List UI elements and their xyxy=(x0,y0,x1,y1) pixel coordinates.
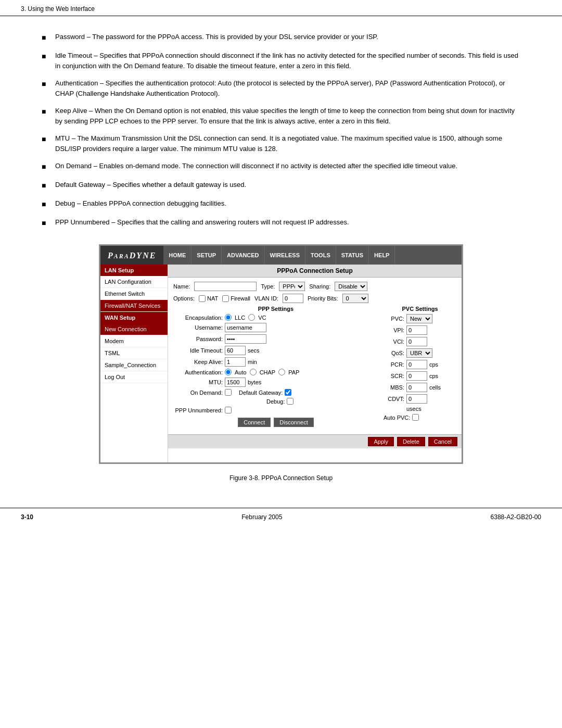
encapsulation-label: Encapsulation: xyxy=(173,315,223,321)
sidebar-item-ethernet-switch[interactable]: Ethernet Switch xyxy=(100,288,168,300)
firewall-label: Firewall xyxy=(231,295,250,302)
auth-auto-radio[interactable] xyxy=(225,369,232,375)
mbs-label: MBS: xyxy=(384,384,404,391)
on-demand-checkbox[interactable] xyxy=(225,389,232,396)
vci-input[interactable] xyxy=(406,337,427,346)
bullet-icon: ■ xyxy=(42,199,51,210)
nav-advanced[interactable]: ADVANCED xyxy=(222,246,265,265)
cdvt-label: CDVT: xyxy=(384,396,404,402)
nat-checkbox[interactable] xyxy=(199,295,206,302)
cancel-button[interactable]: Cancel xyxy=(428,437,457,446)
keep-alive-input[interactable] xyxy=(225,357,246,367)
router-screenshot: PARADYNE HOME SETUP ADVANCED WIRELESS TO… xyxy=(99,244,463,464)
type-select[interactable]: PPPoA xyxy=(279,282,305,291)
bullet-text-password: Password – The password for the PPPoA ac… xyxy=(55,32,520,42)
content-title: PPPoA Connection Setup xyxy=(168,265,462,278)
sidebar-section-lan[interactable]: LAN Setup xyxy=(100,265,168,276)
nav-setup[interactable]: SETUP xyxy=(191,246,222,265)
debug-checkbox[interactable] xyxy=(287,398,293,405)
cdvt-input[interactable] xyxy=(406,394,427,404)
apply-button[interactable]: Apply xyxy=(368,437,394,446)
page-footer: 3-10 February 2005 6388-A2-GB20-00 xyxy=(0,508,562,526)
pvc-select[interactable]: New xyxy=(406,314,432,323)
nav-help[interactable]: HELP xyxy=(369,246,395,265)
auth-chap-radio[interactable] xyxy=(250,369,257,375)
llc-radio[interactable] xyxy=(225,314,232,321)
scr-label: SCR: xyxy=(384,373,404,379)
name-input[interactable] xyxy=(194,282,257,291)
keep-alive-row: Keep Alive: min xyxy=(173,357,378,367)
row-name-type-sharing: Name: Type: PPPoA Sharing: Disable xyxy=(173,282,456,291)
nat-checkbox-label[interactable]: NAT xyxy=(199,295,218,302)
pcr-row: PCR: cps xyxy=(384,360,456,369)
pvc-row: PVC: New xyxy=(384,314,456,323)
mtu-row: MTU: bytes xyxy=(173,378,378,387)
mtu-input[interactable] xyxy=(225,378,246,387)
bullet-text-debug: Debug – Enables PPPoA connection debuggi… xyxy=(55,198,520,209)
bullet-text-keep-alive: Keep Alive – When the On Demand option i… xyxy=(55,106,520,126)
nav-status[interactable]: STATUS xyxy=(336,246,369,265)
connect-button[interactable]: Connect xyxy=(238,418,271,427)
auth-pap-radio[interactable] xyxy=(278,369,285,375)
sidebar-item-lan-config[interactable]: LAN Configuration xyxy=(100,276,168,288)
sidebar-item-firewall-nat[interactable]: Firewall/NAT Services xyxy=(100,300,168,312)
footer-doc-number: 6388-A2-GB20-00 xyxy=(491,513,541,521)
mbs-input[interactable] xyxy=(406,383,427,392)
idle-timeout-input[interactable] xyxy=(225,346,246,355)
qos-row: QoS: UBR xyxy=(384,348,456,358)
authentication-row: Authentication: Auto CHAP PAP xyxy=(173,369,378,375)
list-item: ■ MTU – The Maximum Transmission Unit th… xyxy=(42,133,520,154)
vpi-input[interactable] xyxy=(406,325,427,335)
idle-timeout-label: Idle Timeout: xyxy=(173,347,223,354)
figure-caption: Figure 3-8. PPPoA Connection Setup xyxy=(42,474,520,482)
password-input[interactable] xyxy=(225,334,266,344)
sidebar-section-wan[interactable]: WAN Setup xyxy=(100,312,168,323)
sidebar-item-modem[interactable]: Modem xyxy=(100,335,168,347)
sidebar-item-logout[interactable]: Log Out xyxy=(100,371,168,383)
llc-label: LLC xyxy=(235,315,245,321)
nav-home[interactable]: HOME xyxy=(163,246,191,265)
priority-bits-label: Priority Bits: xyxy=(308,295,338,302)
username-label: Username: xyxy=(173,324,223,331)
auth-auto-label: Auto xyxy=(235,369,247,375)
ppp-unnumbered-checkbox[interactable] xyxy=(225,407,232,413)
sidebar-item-tsml[interactable]: TSML xyxy=(100,347,168,359)
row-options-vlan: Options: NAT Firewall VLAN ID: xyxy=(173,294,456,303)
username-input[interactable] xyxy=(225,323,266,332)
nav-tools[interactable]: TOOLS xyxy=(305,246,336,265)
list-item: ■ Default Gateway – Specifies whether a … xyxy=(42,180,520,191)
pvc-label: PVC: xyxy=(384,316,404,322)
delete-button[interactable]: Delete xyxy=(397,437,425,446)
connect-disconnect-buttons: Connect Disconnect xyxy=(173,418,378,427)
bullet-text-authentication: Authentication – Specifies the authentic… xyxy=(55,78,520,98)
vc-radio[interactable] xyxy=(248,314,255,321)
auto-pvc-checkbox[interactable] xyxy=(412,414,419,421)
default-gateway-checkbox[interactable] xyxy=(285,389,291,396)
vci-label: VCI: xyxy=(384,338,404,345)
firewall-checkbox[interactable] xyxy=(222,295,229,302)
firewall-checkbox-label[interactable]: Firewall xyxy=(222,295,250,302)
pcr-input[interactable] xyxy=(406,360,427,369)
priority-bits-select[interactable]: 0 xyxy=(342,294,368,303)
qos-label: QoS: xyxy=(384,350,404,356)
vlan-id-input[interactable] xyxy=(283,294,303,303)
scr-row: SCR: cps xyxy=(384,371,456,381)
sidebar-item-new-connection[interactable]: New Connection xyxy=(100,323,168,335)
qos-select[interactable]: UBR xyxy=(406,348,432,358)
list-item: ■ On Demand – Enables on-demand mode. Th… xyxy=(42,161,520,172)
nav-wireless[interactable]: WIRELESS xyxy=(265,246,305,265)
bullet-list: ■ Password – The password for the PPPoA … xyxy=(42,32,520,229)
bullet-text-idle-timeout: Idle Timeout – Specifies that PPPoA conn… xyxy=(55,51,520,71)
on-demand-row: On Demand: Default Gateway: xyxy=(173,389,378,396)
password-label: Password: xyxy=(173,336,223,342)
secs-label: secs xyxy=(248,347,260,354)
sharing-select[interactable]: Disable xyxy=(335,282,367,291)
scr-input[interactable] xyxy=(406,371,427,381)
disconnect-button[interactable]: Disconnect xyxy=(274,418,313,427)
bullet-text-default-gateway: Default Gateway – Specifies whether a de… xyxy=(55,180,520,190)
footer-page-number: 3-10 xyxy=(21,513,33,521)
bullet-icon: ■ xyxy=(42,106,51,117)
sidebar-item-sample-connection[interactable]: Sample_Connection xyxy=(100,359,168,371)
pcr-label: PCR: xyxy=(384,361,404,368)
ppp-unnumbered-row: PPP Unnumbered: xyxy=(173,407,378,413)
